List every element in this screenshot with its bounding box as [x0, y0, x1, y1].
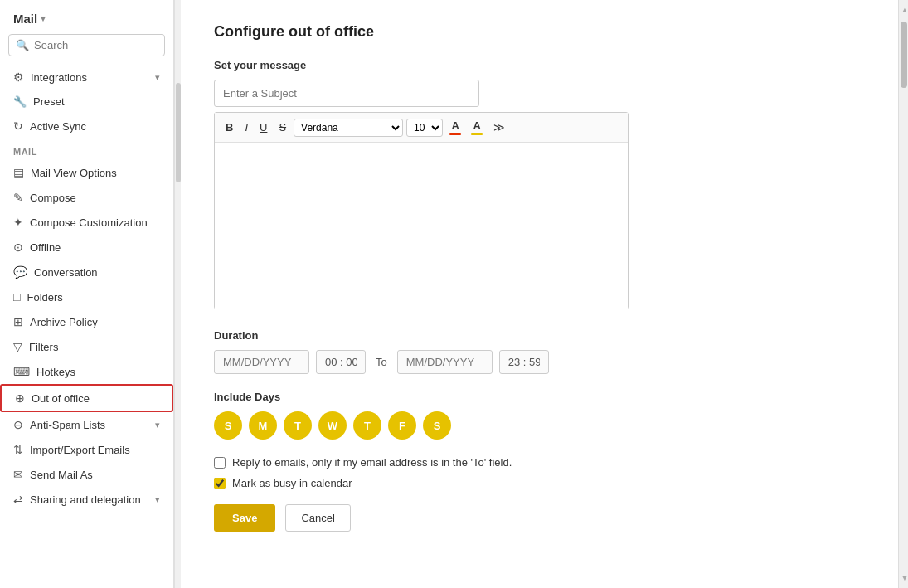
- sidebar-item-folders[interactable]: □ Folders: [0, 284, 173, 309]
- sidebar-item-sharing-delegation[interactable]: ⇄ Sharing and delegation ▾: [0, 487, 173, 512]
- chevron-down-icon: ▾: [155, 72, 160, 83]
- duration-label: Duration: [214, 329, 865, 342]
- mail-section-label: MAIL: [0, 138, 173, 160]
- offline-icon: ⊙: [13, 241, 23, 254]
- anti-spam-icon: ⊖: [13, 418, 23, 431]
- chevron-down-icon: ▾: [155, 420, 160, 430]
- sidebar-item-label: Integrations: [31, 71, 87, 84]
- sidebar-item-preset[interactable]: 🔧 Preset: [0, 90, 173, 114]
- mark-as-busy-checkbox[interactable]: [214, 478, 226, 489]
- day-saturday[interactable]: S: [423, 411, 451, 440]
- main-content: Configure out of office Set your message…: [181, 0, 898, 588]
- sidebar-item-compose[interactable]: ✎ Compose: [0, 185, 173, 210]
- font-highlight-button[interactable]: A: [468, 118, 486, 137]
- sidebar-item-label: Offline: [30, 241, 61, 254]
- day-tuesday[interactable]: T: [284, 411, 312, 440]
- main-scrollbar[interactable]: ▲ ▼: [898, 0, 908, 588]
- font-color-button[interactable]: A: [446, 118, 464, 137]
- sidebar-item-label: Sharing and delegation: [30, 493, 141, 506]
- include-days-label: Include Days: [214, 391, 865, 403]
- sidebar-item-import-export[interactable]: ⇅ Import/Export Emails: [0, 437, 173, 462]
- preset-icon: 🔧: [13, 95, 27, 108]
- start-date-input[interactable]: [214, 350, 309, 374]
- active-sync-icon: ↻: [13, 119, 23, 133]
- sidebar-item-label: Folders: [27, 291, 62, 304]
- subject-input[interactable]: [214, 80, 479, 107]
- search-input[interactable]: [34, 39, 158, 51]
- integrations-icon: ⚙: [13, 70, 24, 84]
- sidebar-item-mail-view-options[interactable]: ▤ Mail View Options: [0, 160, 173, 185]
- font-size-select[interactable]: 10 12 14 16: [406, 119, 443, 137]
- day-sunday[interactable]: S: [214, 411, 242, 440]
- sidebar-item-conversation[interactable]: 💬 Conversation: [0, 260, 173, 284]
- sidebar-item-label: Import/Export Emails: [30, 444, 130, 456]
- sharing-delegation-icon: ⇄: [13, 493, 23, 506]
- sidebar-item-compose-customization[interactable]: ✦ Compose Customization: [0, 210, 173, 235]
- out-of-office-icon: ⊕: [15, 391, 25, 405]
- archive-policy-icon: ⊞: [13, 315, 23, 328]
- sidebar: Mail ▾ 🔍 ⚙ Integrations ▾ 🔧 Preset ↻ Act…: [0, 0, 174, 588]
- reply-checkbox-row: Reply to emails, only if my email addres…: [214, 456, 865, 469]
- compose-customization-icon: ✦: [13, 216, 23, 229]
- sidebar-title: Mail: [13, 12, 37, 26]
- sidebar-item-label: Archive Policy: [30, 316, 98, 328]
- day-friday[interactable]: F: [388, 411, 416, 440]
- days-section: Include Days S M T W T F S: [214, 391, 865, 440]
- end-date-input[interactable]: [397, 350, 493, 374]
- editor-body[interactable]: [215, 143, 628, 309]
- sidebar-item-integrations[interactable]: ⚙ Integrations ▾: [0, 65, 173, 90]
- sidebar-item-filters[interactable]: ▽ Filters: [0, 334, 173, 359]
- scroll-down-arrow[interactable]: ▼: [901, 571, 906, 585]
- sidebar-item-archive-policy[interactable]: ⊞ Archive Policy: [0, 309, 173, 334]
- italic-button[interactable]: I: [240, 119, 252, 135]
- sidebar-item-hotkeys[interactable]: ⌨ Hotkeys: [0, 359, 173, 384]
- days-row: S M T W T F S: [214, 411, 865, 440]
- sidebar-item-label: Filters: [29, 341, 58, 353]
- sidebar-search-container: 🔍: [8, 34, 165, 56]
- chevron-down-icon: ▾: [155, 494, 160, 505]
- strikethrough-button[interactable]: S: [274, 119, 290, 135]
- reply-to-emails-label: Reply to emails, only if my email addres…: [232, 456, 512, 469]
- sidebar-item-send-mail-as[interactable]: ✉ Send Mail As: [0, 462, 173, 487]
- button-row: Save Cancel: [214, 504, 865, 532]
- start-time-input[interactable]: [316, 350, 366, 374]
- sidebar-header[interactable]: Mail ▾: [0, 0, 173, 34]
- main-scroll-thumb: [901, 22, 907, 88]
- sidebar-item-active-sync[interactable]: ↻ Active Sync: [0, 114, 173, 138]
- sidebar-item-offline[interactable]: ⊙ Offline: [0, 235, 173, 260]
- editor-container: B I U S Verdana Arial Times New Roman 10…: [214, 112, 629, 309]
- sidebar-item-label: Compose Customization: [30, 216, 148, 229]
- reply-to-emails-checkbox[interactable]: [214, 457, 226, 469]
- sidebar-item-label: Compose: [30, 192, 76, 204]
- busy-checkbox-row: Mark as busy in calendar: [214, 477, 865, 489]
- to-label: To: [372, 356, 391, 368]
- underline-button[interactable]: U: [255, 119, 271, 135]
- duration-row: To: [214, 350, 865, 374]
- cancel-button[interactable]: Cancel: [285, 504, 350, 532]
- page-title: Configure out of office: [214, 23, 865, 41]
- sidebar-item-label: Conversation: [34, 266, 98, 279]
- bold-button[interactable]: B: [221, 119, 237, 135]
- font-family-select[interactable]: Verdana Arial Times New Roman: [294, 119, 403, 137]
- sidebar-item-label: Active Sync: [30, 120, 86, 133]
- sidebar-item-label: Out of office: [32, 392, 90, 405]
- sidebar-item-label: Send Mail As: [30, 469, 93, 481]
- sidebar-item-anti-spam-lists[interactable]: ⊖ Anti-Spam Lists ▾: [0, 412, 173, 437]
- day-wednesday[interactable]: W: [318, 411, 347, 440]
- end-time-input[interactable]: [499, 350, 549, 374]
- sidebar-item-label: Hotkeys: [36, 366, 75, 378]
- sidebar-item-out-of-office[interactable]: ⊕ Out of office: [0, 384, 173, 412]
- compose-icon: ✎: [13, 191, 23, 204]
- editor-toolbar: B I U S Verdana Arial Times New Roman 10…: [215, 113, 628, 143]
- day-monday[interactable]: M: [249, 411, 277, 440]
- day-thursday[interactable]: T: [353, 411, 381, 440]
- sidebar-scrollbar[interactable]: [174, 0, 181, 588]
- more-options-button[interactable]: ≫: [489, 119, 509, 135]
- save-button[interactable]: Save: [214, 504, 275, 532]
- sidebar-scroll-thumb: [176, 83, 181, 182]
- scroll-up-arrow[interactable]: ▲: [901, 3, 906, 17]
- duration-section: Duration To: [214, 329, 865, 374]
- mail-view-options-icon: ▤: [13, 166, 24, 179]
- sidebar-item-label: Preset: [33, 95, 65, 108]
- sidebar-item-label: Mail View Options: [31, 167, 117, 179]
